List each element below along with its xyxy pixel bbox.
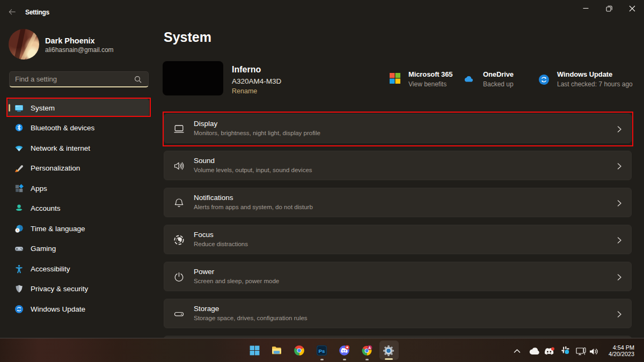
svg-text:A: A bbox=[368, 345, 371, 349]
svg-text:Ps: Ps bbox=[319, 348, 325, 353]
